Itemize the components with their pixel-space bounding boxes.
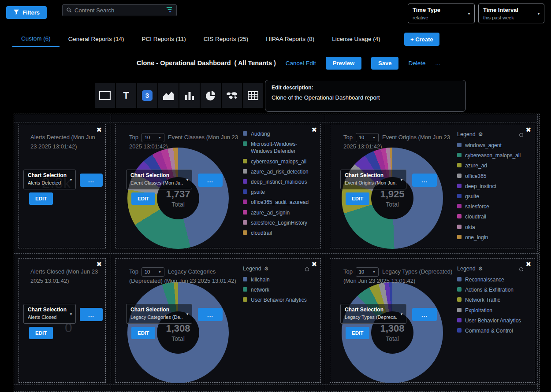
legend-item[interactable]: deep_instinct_malicious	[243, 178, 317, 185]
legend-item[interactable]: killchain	[243, 276, 317, 283]
legend-item[interactable]: azure_ad	[457, 162, 531, 169]
legend-item[interactable]: gsuite	[243, 189, 317, 196]
chart-selection-dropdown[interactable]: Chart Selection Event Classes (Mon Ju...…	[126, 170, 192, 189]
filters-button[interactable]: Filters	[6, 6, 47, 19]
widget-edit-button[interactable]: EDIT	[346, 192, 369, 205]
delete-link[interactable]: Delete	[408, 60, 425, 67]
top-count-select[interactable]: 10▼	[141, 267, 164, 277]
legend-item[interactable]: cloudtrail	[457, 213, 531, 220]
legend-item[interactable]: Command & Control	[457, 327, 531, 334]
legend-item[interactable]: okta	[457, 224, 531, 231]
time-type-select[interactable]: Time Type relative ▼	[408, 4, 475, 23]
widget-more-button[interactable]: ...	[198, 308, 223, 321]
legend-item[interactable]: Exploitation	[457, 307, 531, 314]
legend-item[interactable]: network	[243, 286, 317, 293]
legend-item[interactable]: salesforce	[457, 203, 531, 210]
container-widget-icon[interactable]	[95, 83, 115, 108]
legend-settings-icon[interactable]: ⚙	[264, 266, 269, 272]
preview-button[interactable]: Preview	[326, 57, 361, 70]
area-chart-widget-icon[interactable]	[158, 83, 179, 108]
chart-selection-dropdown[interactable]: Chart Selection Legacy Categories (De...…	[126, 304, 192, 324]
edit-description-input[interactable]: Edit description: Clone of the Operation…	[265, 80, 466, 112]
legend-item[interactable]: office365_audit_azuread	[243, 199, 317, 206]
tab-pci-reports[interactable]: PCI Reports (11)	[133, 32, 195, 47]
chart-selection-dropdown[interactable]: Chart Selection Alerts Detected ▼	[23, 170, 76, 189]
top-count-select[interactable]: 10▼	[356, 267, 379, 277]
close-icon[interactable]: ✖	[525, 126, 531, 133]
legend-item[interactable]: Microsoft-Windows-Windows Defender	[243, 141, 317, 155]
close-icon[interactable]: ✖	[525, 261, 531, 267]
more-menu-button[interactable]: ...	[435, 60, 440, 67]
widget-edit-button[interactable]: EDIT	[346, 327, 369, 339]
chart-legend: AuditingMicrosoft-Windows-Windows Defend…	[243, 130, 317, 240]
legend-item[interactable]: User Behavior Analytics	[457, 317, 531, 324]
chart-legend: killchainnetworkUser Behavior Analytics	[243, 276, 317, 307]
table-widget-icon[interactable]	[243, 83, 263, 108]
number-widget-icon[interactable]: 3	[137, 83, 157, 108]
tab-hipaa-reports[interactable]: HIPAA Reports (8)	[257, 32, 323, 47]
tab-cis-reports[interactable]: CIS Reports (25)	[195, 32, 257, 47]
legend-item[interactable]: User Behavior Analytics	[243, 296, 317, 303]
text-widget-icon[interactable]: T	[116, 83, 136, 108]
legend-label: cloudtrail	[465, 213, 526, 220]
legend-item[interactable]: azure_ad_signin	[243, 209, 317, 216]
widget-edit-button[interactable]: EDIT	[29, 327, 53, 339]
widget-more-button[interactable]: ...	[80, 174, 103, 187]
legend-item[interactable]: gsuite	[457, 193, 531, 200]
legend-item[interactable]: office365	[457, 173, 531, 180]
chart-selection-label: Chart Selection	[130, 307, 183, 313]
pie-chart-widget-icon[interactable]	[201, 83, 221, 108]
widget-more-button[interactable]: ...	[198, 174, 223, 187]
widget-more-button[interactable]: ...	[412, 174, 437, 187]
widget-edit-button[interactable]: EDIT	[29, 192, 53, 205]
legend-label: cloudtrail	[251, 229, 312, 237]
legend-item[interactable]: cloudtrail	[243, 229, 317, 237]
widget-handle-icon[interactable]	[519, 133, 523, 137]
widget-more-button[interactable]: ...	[80, 308, 103, 321]
legend-item[interactable]: Reconnaissance	[457, 276, 531, 283]
legend-settings-icon[interactable]: ⚙	[478, 266, 483, 272]
widget-handle-icon[interactable]	[519, 267, 523, 271]
widget-handle-icon[interactable]	[305, 267, 309, 271]
chart-selection-dropdown[interactable]: Chart Selection Alerts Closed ▼	[23, 304, 76, 324]
tab-license-usage[interactable]: License Usage (4)	[323, 32, 389, 47]
legend-item[interactable]: salesforce_LoginHistory	[243, 219, 317, 226]
close-icon[interactable]: ✖	[96, 126, 102, 133]
top-count-select[interactable]: 10▼	[356, 133, 379, 142]
time-interval-select[interactable]: Time Interval this past week ▼	[478, 4, 544, 23]
legend-item[interactable]: Auditing	[243, 130, 317, 137]
close-icon[interactable]: ✖	[311, 126, 317, 133]
legend-item[interactable]: deep_instinct	[457, 183, 531, 190]
tab-custom[interactable]: Custom (6)	[12, 32, 60, 47]
donut-total: 1,737	[166, 189, 190, 200]
cancel-edit-link[interactable]: Cancel Edit	[286, 60, 316, 67]
search-input[interactable]	[74, 7, 163, 14]
close-icon[interactable]: ✖	[96, 261, 102, 267]
legend-item[interactable]: Actions & Exfiltration	[457, 286, 531, 293]
map-widget-icon[interactable]	[222, 83, 242, 108]
donut-total: 1,925	[380, 189, 404, 200]
legend-swatch-icon	[243, 179, 247, 184]
legend-item[interactable]: azure_ad_risk_detection	[243, 168, 317, 175]
chart-selection-dropdown[interactable]: Chart Selection Event Origins (Mon Jun..…	[340, 170, 406, 189]
widget-more-button[interactable]: ...	[412, 308, 437, 321]
tab-general-reports[interactable]: General Reports (14)	[60, 32, 133, 47]
legend-item[interactable]: windows_agent	[457, 142, 531, 149]
legend-settings-icon[interactable]: ⚙	[478, 131, 483, 137]
legend-item[interactable]: cybereason_malops_all	[243, 158, 317, 165]
legend-item[interactable]: one_login	[457, 234, 531, 241]
close-icon[interactable]: ✖	[311, 261, 317, 267]
save-button[interactable]: Save	[371, 57, 398, 70]
bar-chart-widget-icon[interactable]	[179, 83, 200, 108]
dashboard-title-bar: Clone - Operational Dashboard ( All Tena…	[0, 56, 551, 70]
legend-item[interactable]: Network Traffic	[457, 296, 531, 303]
legend-swatch-icon	[457, 174, 462, 178]
filter-lines-icon[interactable]	[165, 7, 173, 14]
legend-item[interactable]: cybereason_malops_all	[457, 152, 531, 159]
chart-legend: windows_agentcybereason_malops_allazure_…	[457, 142, 531, 244]
chart-selection-dropdown[interactable]: Chart Selection Legacy Types (Depreca...…	[340, 304, 406, 324]
widget-edit-button[interactable]: EDIT	[131, 327, 155, 339]
widget-edit-button[interactable]: EDIT	[131, 192, 155, 205]
create-button[interactable]: + Create	[404, 33, 439, 46]
top-count-select[interactable]: 10▼	[141, 133, 164, 142]
